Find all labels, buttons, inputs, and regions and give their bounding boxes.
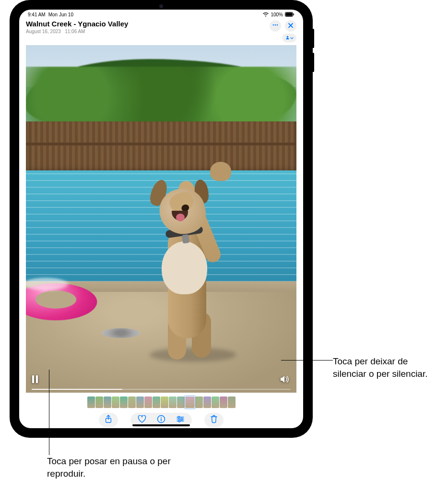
- svg-rect-1: [286, 13, 293, 16]
- page-title: Walnut Creek - Ygnacio Valley: [26, 20, 128, 28]
- heart-icon: [138, 415, 146, 425]
- callout-mute-text: Toca per deixar de silenciar o per silen…: [333, 356, 427, 379]
- svg-rect-8: [36, 375, 38, 383]
- thumbnail[interactable]: [212, 397, 219, 408]
- svg-point-15: [178, 420, 180, 422]
- person-icon: [285, 36, 290, 41]
- thumbnail[interactable]: [228, 397, 236, 408]
- status-date: Mon Jun 10: [48, 12, 73, 17]
- people-button[interactable]: [282, 34, 296, 42]
- svg-point-3: [273, 24, 274, 26]
- nav-header: Walnut Creek - Ygnacio Valley August 16,…: [19, 18, 303, 45]
- thumbnail[interactable]: [185, 397, 195, 408]
- ellipsis-icon: [272, 22, 279, 30]
- battery-icon: [285, 12, 295, 17]
- thumbnail[interactable]: [177, 397, 185, 408]
- video-controls: [26, 371, 296, 393]
- close-icon: [288, 22, 294, 30]
- more-button[interactable]: [270, 20, 281, 32]
- video-frame[interactable]: [26, 45, 296, 393]
- callout-playpause: Toca per posar en pausa o per reproduir.: [47, 455, 172, 480]
- thumbnail[interactable]: [153, 397, 160, 408]
- subtitle-date: August 16, 2023: [26, 29, 61, 34]
- svg-rect-7: [32, 375, 34, 383]
- adjust-button[interactable]: [176, 415, 185, 425]
- volume-up-button[interactable]: [313, 29, 314, 48]
- thumbnail[interactable]: [112, 397, 119, 408]
- thumbnail[interactable]: [144, 397, 152, 408]
- status-time: 9:41 AM: [28, 12, 46, 17]
- scrubber-progress: [32, 389, 122, 390]
- thumbnail[interactable]: [136, 397, 144, 408]
- chevron-down-icon: [290, 36, 294, 40]
- thumbnail[interactable]: [220, 397, 227, 408]
- ipad-device-frame: 9:41 AM Mon Jun 10 100% Walnut Creek - Y…: [10, 0, 313, 438]
- front-camera: [159, 4, 163, 8]
- callout-playpause-text: Toca per posar en pausa o per reproduir.: [47, 456, 171, 479]
- thumbnail[interactable]: [87, 397, 95, 408]
- share-button[interactable]: [104, 415, 113, 425]
- thumbnail[interactable]: [104, 397, 111, 408]
- dog-subject: [140, 135, 240, 356]
- volume-down-button[interactable]: [313, 53, 314, 72]
- pool-float: [26, 267, 96, 330]
- media-viewer: [19, 45, 303, 428]
- thumbnail[interactable]: [120, 397, 128, 408]
- play-pause-button[interactable]: [32, 375, 42, 386]
- wifi-icon: [263, 12, 269, 17]
- callout-mute: Toca per deixar de silenciar o per silen…: [333, 355, 443, 380]
- thumbnail[interactable]: [169, 397, 177, 408]
- svg-point-6: [286, 36, 288, 37]
- trash-button[interactable]: [209, 415, 219, 425]
- home-indicator[interactable]: [132, 424, 190, 426]
- mute-button[interactable]: [280, 375, 291, 386]
- share-icon: [105, 415, 112, 425]
- trash-icon: [210, 415, 218, 425]
- svg-point-14: [181, 418, 183, 420]
- svg-point-13: [178, 416, 180, 418]
- svg-point-5: [277, 24, 278, 26]
- close-button[interactable]: [285, 20, 296, 32]
- thumbnail[interactable]: [161, 397, 168, 408]
- sliders-icon: [176, 415, 185, 425]
- svg-rect-12: [161, 419, 162, 421]
- svg-point-11: [161, 417, 162, 418]
- svg-point-4: [275, 24, 276, 26]
- svg-rect-2: [294, 13, 295, 15]
- info-icon: [157, 415, 165, 425]
- favorite-button[interactable]: [137, 415, 147, 425]
- thumbnail[interactable]: [95, 397, 103, 408]
- subtitle-time: 11:06 AM: [65, 29, 85, 34]
- status-bar: 9:41 AM Mon Jun 10 100%: [19, 10, 303, 18]
- thumbnail-strip[interactable]: [26, 393, 296, 410]
- thumbnail[interactable]: [128, 397, 136, 408]
- battery-percent: 100%: [271, 12, 283, 17]
- thumbnail[interactable]: [195, 397, 203, 408]
- volume-icon: [280, 376, 290, 385]
- screen: 9:41 AM Mon Jun 10 100% Walnut Creek - Y…: [19, 10, 303, 428]
- info-button[interactable]: [156, 415, 166, 425]
- thumbnail[interactable]: [203, 397, 211, 408]
- pause-icon: [32, 376, 38, 385]
- video-scrubber[interactable]: [32, 389, 291, 390]
